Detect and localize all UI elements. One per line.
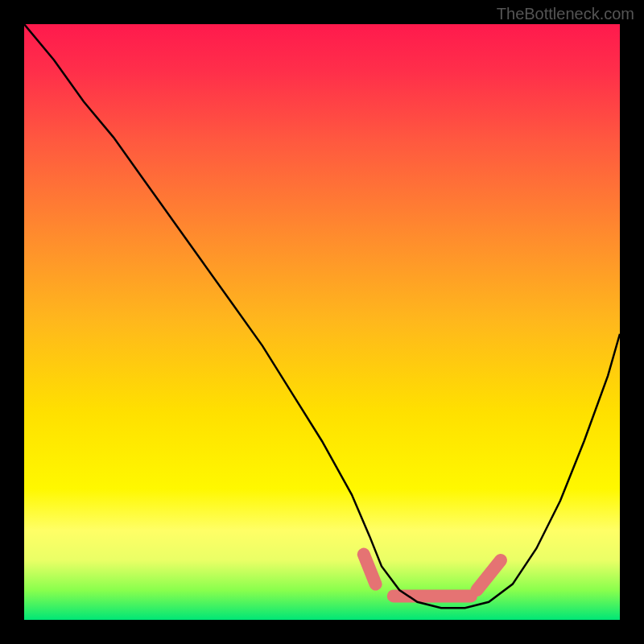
- frame-right: [620, 0, 644, 644]
- chart-accent-segment: [364, 555, 376, 584]
- frame-left: [0, 0, 24, 644]
- frame-bottom: [0, 620, 644, 644]
- chart-svg: [24, 24, 620, 620]
- chart-accent-segment: [477, 560, 501, 590]
- watermark-label: TheBottleneck.com: [497, 5, 634, 23]
- chart-plot-area: [24, 24, 620, 620]
- chart-line-series: [24, 24, 620, 608]
